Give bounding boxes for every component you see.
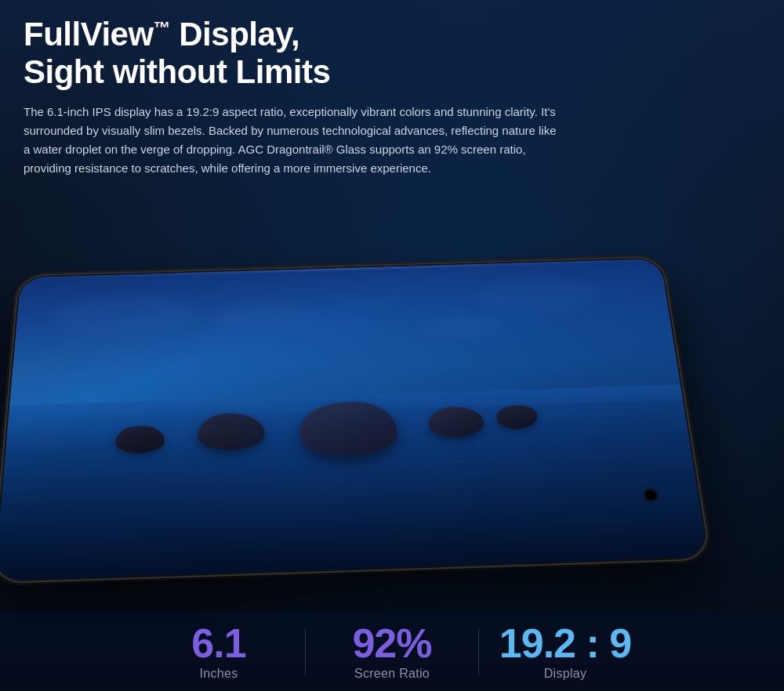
trademark-symbol: ™ — [154, 18, 171, 38]
phone-screen — [0, 259, 708, 581]
description-text: The 6.1-inch IPS display has a 19.2:9 as… — [24, 103, 557, 178]
stat-display-value: 19.2 : 9 — [499, 623, 631, 664]
stat-screen-ratio: 92% Screen Ratio — [306, 623, 478, 681]
stat-screen-ratio-value: 92% — [352, 623, 431, 664]
phone-display-wrapper — [0, 188, 784, 611]
stats-section: 6.1 Inches 92% Screen Ratio 19.2 : 9 Dis… — [0, 613, 784, 691]
stat-inches-label: Inches — [200, 667, 238, 681]
phone-frame — [0, 256, 712, 584]
stat-inches: 6.1 Inches — [132, 623, 305, 681]
stat-screen-ratio-label: Screen Ratio — [354, 667, 430, 681]
stat-display-label: Display — [544, 667, 587, 681]
main-title: FullView™ Display, Sight without Limits — [24, 16, 760, 92]
page-wrapper: FullView™ Display, Sight without Limits … — [0, 0, 784, 691]
title-line2: Sight without Limits — [24, 53, 330, 90]
stat-inches-value: 6.1 — [191, 623, 245, 664]
stat-display: 19.2 : 9 Display — [479, 623, 652, 681]
header-section: FullView™ Display, Sight without Limits … — [24, 16, 760, 178]
